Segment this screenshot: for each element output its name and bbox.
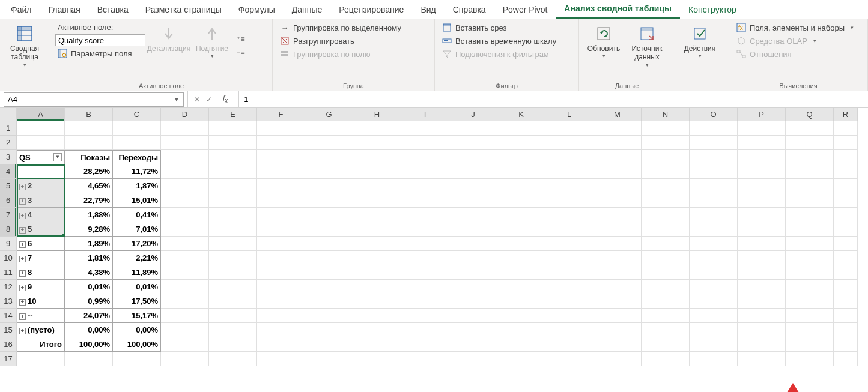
col-header-L[interactable]: L [545, 108, 593, 121]
cell[interactable] [497, 179, 545, 193]
expand-icon[interactable]: + [19, 213, 26, 219]
field-settings-button[interactable]: Параметры поля [55, 47, 145, 59]
cell[interactable] [257, 337, 305, 352]
cell[interactable] [738, 265, 786, 280]
cell[interactable] [738, 323, 786, 337]
expand-icon[interactable]: + [19, 313, 26, 320]
cell[interactable] [209, 337, 257, 352]
cell[interactable] [545, 294, 593, 309]
cell[interactable] [161, 150, 209, 164]
cell[interactable] [305, 280, 353, 294]
cell[interactable]: 0,00% [65, 323, 113, 337]
cell[interactable] [690, 323, 738, 337]
col-header-K[interactable]: K [497, 108, 545, 121]
cell[interactable]: 1,81% [65, 251, 113, 265]
row-header[interactable]: 1 [0, 121, 17, 136]
cell[interactable] [738, 208, 786, 222]
cell[interactable] [786, 352, 834, 366]
cell[interactable] [593, 237, 642, 251]
col-header-I[interactable]: I [401, 108, 449, 121]
cell[interactable] [257, 265, 305, 280]
cell[interactable] [593, 280, 642, 294]
cell[interactable] [642, 337, 690, 352]
cell[interactable] [786, 179, 834, 193]
cell[interactable]: +1 [17, 164, 65, 179]
cell[interactable]: 100,00% [113, 337, 161, 352]
cell[interactable] [305, 222, 353, 237]
cell[interactable] [786, 164, 834, 179]
cell[interactable] [545, 309, 593, 323]
cell[interactable] [593, 121, 642, 136]
cell[interactable] [209, 164, 257, 179]
cell[interactable] [642, 150, 690, 164]
cell[interactable] [690, 136, 738, 150]
cell[interactable] [449, 237, 497, 251]
cell[interactable] [449, 265, 497, 280]
cell[interactable] [738, 309, 786, 323]
cell[interactable] [449, 121, 497, 136]
cell[interactable] [161, 337, 209, 352]
col-header-G[interactable]: G [305, 108, 353, 121]
cell[interactable]: 9,28% [65, 222, 113, 237]
select-all-corner[interactable] [0, 108, 17, 121]
expand-icon[interactable]: + [19, 241, 26, 248]
cell[interactable] [738, 121, 786, 136]
cell[interactable] [593, 136, 642, 150]
cell[interactable] [545, 237, 593, 251]
cell[interactable] [593, 193, 642, 208]
cell[interactable] [401, 280, 449, 294]
cell[interactable] [834, 150, 858, 164]
cell[interactable]: 0,01% [65, 280, 113, 294]
cell[interactable] [690, 309, 738, 323]
cell[interactable] [690, 352, 738, 366]
cell[interactable] [545, 179, 593, 193]
cell[interactable] [642, 309, 690, 323]
row-header[interactable]: 16 [0, 337, 17, 352]
pivottable-button[interactable]: Сводная таблица ▾ [5, 22, 44, 71]
cell[interactable] [401, 164, 449, 179]
cell[interactable] [17, 352, 65, 366]
cell[interactable] [449, 352, 497, 366]
cell[interactable]: 0,99% [65, 294, 113, 309]
cell[interactable] [353, 136, 401, 150]
cell[interactable]: +9 [17, 280, 65, 294]
cell[interactable] [786, 294, 834, 309]
group-selection-button[interactable]: → Группировка по выделенному [278, 22, 404, 34]
col-header-N[interactable]: N [642, 108, 690, 121]
cell[interactable] [497, 323, 545, 337]
cell[interactable] [209, 237, 257, 251]
cell[interactable] [353, 150, 401, 164]
cell[interactable] [738, 251, 786, 265]
expand-icon[interactable]: + [19, 227, 26, 234]
cell[interactable] [161, 136, 209, 150]
change-datasource-button[interactable]: Источник данных ▾ [627, 22, 667, 71]
cell[interactable] [353, 222, 401, 237]
cell[interactable] [353, 179, 401, 193]
cell[interactable] [786, 280, 834, 294]
cell[interactable] [209, 309, 257, 323]
row-header[interactable]: 6 [0, 193, 17, 208]
cell[interactable]: +4 [17, 208, 65, 222]
tab-help[interactable]: Справка [445, 1, 494, 18]
cell[interactable] [161, 179, 209, 193]
col-header-A[interactable]: A [17, 108, 65, 121]
expand-icon[interactable]: + [19, 299, 26, 306]
cell[interactable] [401, 136, 449, 150]
cell[interactable]: 0,41% [113, 208, 161, 222]
cell[interactable] [257, 280, 305, 294]
cell[interactable] [545, 193, 593, 208]
cell[interactable] [786, 222, 834, 237]
cell[interactable] [353, 280, 401, 294]
cell[interactable] [593, 222, 642, 237]
cell[interactable] [593, 294, 642, 309]
cell[interactable] [353, 323, 401, 337]
cell[interactable]: 0,01% [113, 280, 161, 294]
row-header[interactable]: 9 [0, 237, 17, 251]
cell[interactable] [497, 150, 545, 164]
cell[interactable] [834, 208, 858, 222]
cell[interactable] [209, 280, 257, 294]
cell[interactable] [17, 136, 65, 150]
cell[interactable] [209, 251, 257, 265]
cell[interactable] [834, 164, 858, 179]
cell[interactable] [738, 179, 786, 193]
